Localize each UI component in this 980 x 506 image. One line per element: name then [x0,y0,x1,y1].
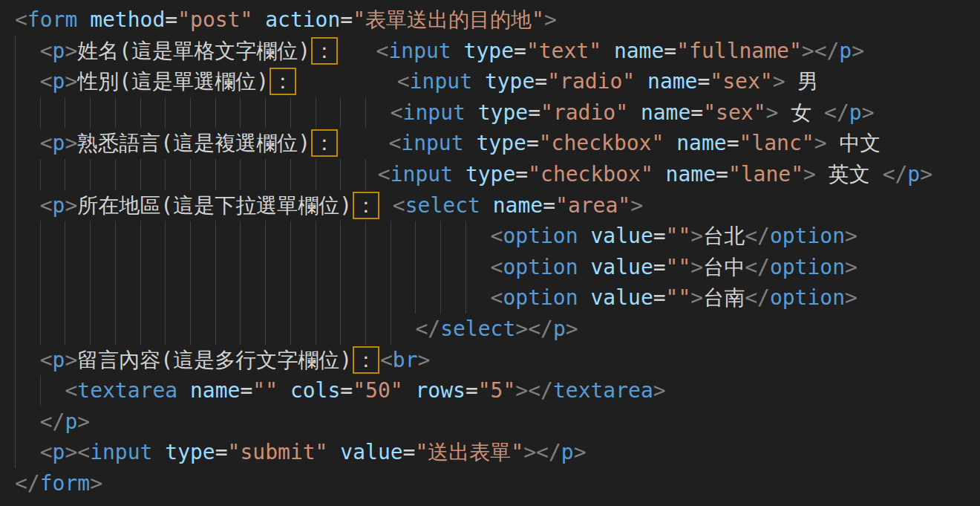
code-line[interactable]: <p>熟悉語言(這是複選欄位)： <input type="checkbox" … [15,128,980,159]
code-editor[interactable]: <form method="post" action="表單送出的目的地"><p… [0,0,980,506]
token-attr: value [590,255,653,279]
token-text [403,378,416,403]
token-text [578,255,591,279]
token-attr: name [647,69,697,94]
token-tag: textarea [553,378,653,403]
token-punct: > [630,193,643,218]
token-text: 留言內容(這是多行文字欄位) [77,348,352,372]
code-line[interactable]: <input type="checkbox" name="lane"> 英文 <… [15,159,980,190]
token-string: "5" [478,378,516,403]
token-punct: > [418,348,431,372]
unicode-highlight-colon: ： [270,68,296,95]
token-text: 台北 [703,224,745,248]
token-text [480,193,493,218]
token-attr: type [485,69,535,94]
token-punct: < [491,255,503,279]
token-tag: p [53,39,65,63]
token-text [451,39,464,63]
token-attr: value [340,440,402,464]
token-punct: < [393,193,405,218]
token-punct: > [65,193,77,218]
code-line[interactable]: </p> [15,406,980,438]
token-punct: </ [745,255,770,279]
token-eq: = [653,255,666,279]
token-tag: p [907,162,920,186]
token-tag: option [770,255,845,279]
unicode-highlight-colon: ： [311,129,338,157]
token-string: "送出表單" [415,440,523,464]
code-line[interactable]: <input type="radio" name="sex"> 女 </p> [15,97,980,129]
token-text [380,193,393,218]
token-text [635,69,647,94]
code-line[interactable]: <p><input type="submit" value="送出表單"></p… [15,437,980,468]
token-text [578,224,591,248]
token-eq: = [466,378,478,403]
token-text [578,285,591,310]
token-string: "area" [555,193,630,218]
token-tag: input [401,131,463,155]
token-eq: = [653,285,666,310]
token-attr: rows [415,378,465,403]
token-eq: = [526,131,539,155]
token-string: "表單送出的目的地" [353,7,544,32]
token-text: 性別(這是單選欄位) [77,69,269,94]
token-tag: input [403,100,466,125]
code-line[interactable]: <option value="">台中</option> [15,252,980,283]
token-punct: > [845,224,858,248]
token-punct: > [814,131,827,155]
code-area[interactable]: <form method="post" action="表單送出的目的地"><p… [15,4,980,499]
code-line[interactable]: </form> [15,468,980,499]
code-line[interactable]: <p>姓名(這是單格文字欄位)： <input type="text" name… [15,36,980,67]
code-line[interactable]: </select></p> [15,314,980,345]
token-text: 女 [778,100,824,125]
indent-guides [15,314,415,345]
token-eq: = [543,193,555,218]
token-eq: = [690,100,703,125]
token-punct: > [90,471,102,496]
token-text: 台南 [703,285,745,310]
token-text [77,7,90,32]
token-punct: > [574,440,587,464]
token-string: "" [666,285,691,310]
token-text [472,69,485,94]
token-string: "fullname" [676,39,802,63]
token-text [466,100,478,125]
token-text: 男 [785,69,819,94]
code-line[interactable]: <option value="">台南</option> [15,282,980,314]
token-attr: type [466,162,515,186]
token-punct: < [397,69,410,94]
indent-guides [15,437,40,468]
token-punct: < [380,348,393,372]
code-line[interactable]: <p>性別(這是單選欄位)： <input type="radio" name=… [15,66,980,97]
token-punct: > [845,255,858,279]
indent-guides [15,128,40,159]
token-punct: < [65,378,77,403]
token-punct: </ [415,317,440,341]
token-punct: > [65,131,77,155]
token-punct: > [766,100,779,125]
code-line[interactable]: <p>所在地區(這是下拉選單欄位)： <select name="area"> [15,190,980,221]
indent-guides [15,66,40,97]
token-string: "radio" [540,100,628,125]
token-text [653,162,666,186]
token-eq: = [697,69,710,94]
token-string: "lane" [728,162,803,186]
token-text [453,162,466,186]
code-line[interactable]: <textarea name="" cols="50" rows="5"></t… [15,375,980,406]
token-punct: < [40,348,53,372]
token-punct: < [40,440,53,464]
code-line[interactable]: <p>留言內容(這是多行文字欄位)：<br> [15,345,980,376]
token-tag: input [410,69,472,94]
token-tag: p [553,317,566,341]
token-eq: = [215,440,228,464]
token-punct: > [845,285,858,310]
token-punct: </ [745,224,770,248]
token-attr: name [641,100,690,125]
token-text [339,39,376,63]
code-line[interactable]: <option value="">台北</option> [15,221,980,252]
token-tag: input [388,39,451,63]
token-tag: p [561,440,574,464]
code-line[interactable]: <form method="post" action="表單送出的目的地"> [15,4,980,36]
token-eq: = [240,378,252,403]
token-eq: = [403,440,416,464]
